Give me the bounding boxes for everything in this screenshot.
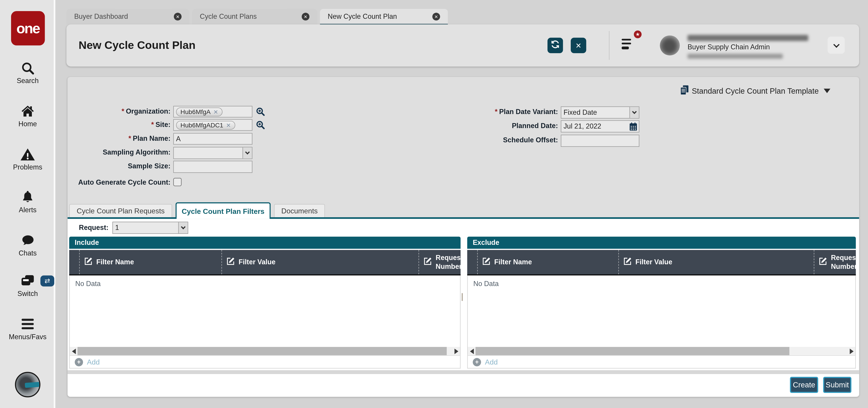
planned-date-input[interactable]: Jul 21, 2022 (561, 120, 640, 133)
scroll-left-arrow[interactable] (468, 347, 475, 355)
schedule-offset-row: Schedule Offset: (68, 135, 677, 146)
sidebar-item-menus-favs[interactable]: Menus/Favs (0, 316, 55, 341)
sample-size-input[interactable] (174, 161, 252, 173)
assistant-avatar[interactable] (15, 372, 40, 397)
no-data-text: No Data (473, 280, 499, 288)
refresh-button[interactable] (548, 38, 563, 53)
sampling-algorithm-row: Sampling Algorithm: (68, 147, 355, 158)
panel-resize-handle[interactable] (462, 293, 463, 301)
footer: Create Submit (68, 374, 859, 397)
chat-icon (0, 232, 55, 249)
plan-date-variant-select[interactable]: Fixed Date (561, 106, 640, 119)
sidebar-item-chats[interactable]: Chats (0, 232, 55, 257)
tab-cycle-count-plans[interactable]: Cycle Count Plans (192, 9, 317, 24)
add-link[interactable]: Add (87, 358, 100, 366)
footer-divider (68, 370, 859, 374)
sidebar: one Search Home Problems Alerts (0, 0, 55, 408)
tab-documents[interactable]: Documents (274, 204, 325, 217)
tab-label: Cycle Count Plans (200, 13, 257, 20)
column-request-number[interactable]: Request Number (814, 250, 856, 274)
scroll-right-arrow[interactable] (847, 347, 855, 355)
close-icon[interactable] (174, 13, 182, 20)
sidebar-item-alerts[interactable]: Alerts (0, 189, 55, 214)
create-button[interactable]: Create (790, 377, 818, 393)
edit-column-icon (623, 257, 632, 268)
plan-form-section: Standard Cycle Count Plan Template *Orga… (68, 77, 859, 218)
exclude-panel: Exclude Filter Name Filter Value Request… (467, 237, 856, 370)
submit-button[interactable]: Submit (823, 377, 851, 393)
exclude-table-header: Filter Name Filter Value Request Number (467, 250, 856, 275)
tab-cycle-count-plan-filters[interactable]: Cycle Count Plan Filters (176, 202, 271, 219)
favorites-menu-button[interactable] (622, 39, 635, 53)
include-hscrollbar[interactable] (69, 347, 460, 355)
column-filter-value[interactable]: Filter Value (618, 250, 814, 274)
plan-form-card: Standard Cycle Count Plan Template *Orga… (68, 77, 859, 397)
tab-buyer-dashboard[interactable]: Buyer Dashboard (66, 9, 189, 24)
add-plus-icon[interactable] (473, 358, 481, 366)
sample-size-row: Sample Size: (68, 161, 355, 172)
exclude-add-row[interactable]: Add (467, 355, 856, 369)
template-selector[interactable]: Standard Cycle Count Plan Template (680, 85, 831, 97)
auto-generate-label: Auto Generate Cycle Count: (68, 177, 170, 188)
bell-icon (0, 189, 55, 205)
sidebar-item-home[interactable]: Home (0, 103, 55, 128)
close-screen-button[interactable] (571, 38, 586, 53)
column-request-number[interactable]: Request Number (418, 250, 460, 274)
include-panel-title: Include (69, 237, 460, 249)
sampling-algorithm-label: Sampling Algorithm: (68, 147, 170, 158)
include-add-row[interactable]: Add (69, 355, 460, 369)
one-logo[interactable]: one (11, 11, 45, 46)
chevron-down-icon[interactable] (178, 222, 188, 233)
column-filter-name[interactable]: Filter Name (477, 250, 618, 274)
edit-column-icon (423, 257, 432, 268)
auto-generate-checkbox[interactable] (174, 178, 182, 186)
exclude-hscrollbar[interactable] (467, 347, 856, 355)
include-panel: Include Filter Name Filter Value Request… (69, 237, 460, 370)
copy-document-icon (680, 85, 689, 97)
hamburger-icon (0, 316, 55, 332)
edit-column-icon (84, 257, 93, 268)
close-icon[interactable] (302, 13, 309, 20)
planned-date-row: Planned Date: Jul 21, 2022 (68, 120, 677, 132)
plan-date-variant-label: *Plan Date Variant: (455, 106, 558, 118)
tab-new-cycle-count-plan[interactable]: New Cycle Count Plan (320, 9, 448, 24)
user-menu-button[interactable] (828, 37, 845, 54)
exclude-panel-title: Exclude (467, 237, 856, 249)
request-label: Request: (68, 222, 108, 234)
star-badge-icon[interactable] (633, 29, 643, 39)
page-header: New Cycle Count Plan Buyer Supply Chain … (66, 24, 859, 66)
header-divider (609, 31, 610, 60)
scroll-left-arrow[interactable] (70, 347, 78, 355)
tab-label: Buyer Dashboard (74, 13, 128, 20)
edit-column-icon (818, 257, 828, 268)
scroll-thumb[interactable] (475, 347, 789, 355)
scroll-right-arrow[interactable] (452, 347, 460, 355)
sample-size-label: Sample Size: (68, 161, 170, 172)
chevron-down-icon[interactable] (629, 107, 639, 118)
sampling-algorithm-select[interactable] (174, 147, 252, 159)
page-title: New Cycle Count Plan (79, 39, 195, 51)
scroll-thumb[interactable] (78, 347, 447, 355)
column-filter-value[interactable]: Filter Value (221, 250, 418, 274)
user-email-redacted (688, 54, 783, 59)
chevron-down-icon[interactable] (243, 147, 252, 158)
column-filter-name[interactable]: Filter Name (79, 250, 221, 274)
request-select[interactable]: 1 (112, 222, 188, 234)
close-icon[interactable] (432, 13, 440, 20)
caret-down-icon (824, 89, 830, 93)
sidebar-item-search[interactable]: Search (0, 60, 55, 85)
user-name-redacted (688, 35, 808, 41)
schedule-offset-input[interactable] (561, 135, 640, 147)
include-table-body: No Data (69, 275, 460, 347)
tab-cycle-count-plan-requests[interactable]: Cycle Count Plan Requests (69, 204, 172, 217)
user-avatar[interactable] (660, 35, 680, 55)
planned-date-label: Planned Date: (455, 120, 558, 132)
add-link[interactable]: Add (485, 358, 498, 366)
schedule-offset-label: Schedule Offset: (455, 135, 558, 146)
user-info[interactable]: Buyer Supply Chain Admin (688, 35, 815, 59)
swap-arrows-icon[interactable] (40, 275, 54, 287)
sidebar-item-problems[interactable]: Problems (0, 146, 55, 171)
calendar-icon[interactable] (629, 122, 638, 133)
add-plus-icon[interactable] (75, 358, 83, 366)
user-role: Buyer Supply Chain Admin (688, 43, 815, 52)
